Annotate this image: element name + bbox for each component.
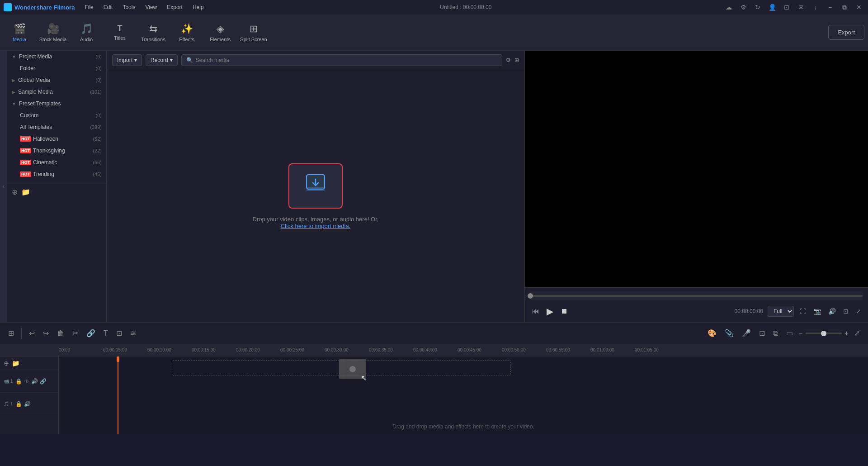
ruler-mark-6: 00:00:30:00 [325, 347, 369, 352]
track-lock-icon[interactable]: 🔒 [15, 378, 22, 385]
track-audio-icon[interactable]: 🔊 [31, 378, 38, 385]
delete-button[interactable]: 🗑 [54, 327, 67, 340]
menu-view[interactable]: View [141, 3, 161, 11]
menu-tools[interactable]: Tools [118, 3, 140, 11]
audio-track-mute-icon[interactable]: 🔊 [24, 401, 31, 407]
toolbar-elements-label: Elements [210, 37, 231, 42]
toolbar-audio[interactable]: 🎵 Audio [71, 17, 102, 48]
clip-icon[interactable]: 📎 [722, 326, 736, 340]
collapse-handle[interactable]: ‹ [0, 51, 7, 322]
zoom-track[interactable] [806, 333, 842, 334]
preview-timeline[interactable] [530, 291, 863, 300]
undo-button[interactable]: ↩ [26, 326, 38, 340]
maximize-button[interactable]: ⧉ [839, 2, 850, 13]
menu-help[interactable]: Help [188, 3, 208, 11]
audio-icon: 🎵 [80, 23, 93, 35]
cut-button[interactable]: ✂ [70, 326, 81, 340]
download-icon[interactable]: ↓ [810, 2, 821, 13]
sidebar-item-sample-media[interactable]: ▶ Sample Media (101) [7, 86, 106, 98]
import-label: Import [117, 57, 132, 63]
ruler-mark-5: 00:00:25:00 [280, 347, 325, 352]
edit-toolbar: ⊞ ↩ ↪ 🗑 ✂ 🔗 T ⊡ ≋ 🎨 📎 🎤 ⊡ ⧉ ▭ − + ⤢ [0, 322, 868, 344]
add-track-folder-icon[interactable]: 📁 [12, 360, 19, 367]
toolbar-media[interactable]: 🎬 Media [4, 17, 35, 48]
audio-waveform-button[interactable]: ≋ [127, 326, 139, 340]
toolbar-stock-media[interactable]: 🎥 Stock Media [37, 17, 69, 48]
sync-icon[interactable]: ↻ [752, 2, 763, 13]
drop-link[interactable]: Click here to import media. [281, 223, 351, 229]
menu-bar: File Edit Tools View Export Help [80, 3, 208, 11]
rewind-button[interactable]: ⏮ [530, 305, 541, 317]
sidebar-item-global-media[interactable]: ▶ Global Media (0) [7, 74, 106, 86]
layout-icon[interactable]: ⊞ [5, 326, 17, 340]
toolbar-split-screen[interactable]: ⊞ Split Screen [238, 17, 269, 48]
sidebar-trending-count: (45) [93, 171, 102, 177]
add-media-icon[interactable]: ⊕ [12, 188, 18, 196]
add-track-icon[interactable]: ⊕ [4, 360, 9, 367]
sidebar-preset-label: Preset Templates [19, 100, 102, 107]
sidebar-item-trending[interactable]: HOT Trending (45) [7, 168, 106, 180]
stop-button[interactable]: ⏹ [559, 305, 570, 317]
subtitle-icon[interactable]: ▭ [783, 326, 796, 340]
text-button[interactable]: T [101, 327, 111, 340]
audio-track-lock-icon[interactable]: 🔒 [15, 401, 22, 407]
video-track-label-1: 📹 1 🔒 👁 🔊 🔗 [0, 370, 58, 393]
close-button[interactable]: ✕ [854, 2, 864, 13]
toolbar-transitions[interactable]: ⇆ Transitions [137, 17, 169, 48]
settings-icon[interactable]: ⚙ [738, 2, 749, 13]
toolbar-titles[interactable]: T Titles [104, 17, 136, 48]
search-input[interactable] [196, 57, 497, 63]
zoom-out-button[interactable]: − [798, 329, 802, 338]
bookmark-icon[interactable]: ⊡ [781, 2, 792, 13]
link-button[interactable]: 🔗 [84, 326, 98, 340]
preview-buttons: ⏮ ▶ ⏹ 00:00:00:00 Full 1/2 1/4 ⛶ 📷 🔊 ⊡ ⤢ [530, 304, 863, 319]
pip-icon[interactable]: ⊡ [842, 306, 850, 316]
zoom-in-button[interactable]: + [844, 329, 849, 338]
track-eye-icon[interactable]: 👁 [24, 378, 29, 385]
quality-select[interactable]: Full 1/2 1/4 [768, 306, 794, 317]
track-area[interactable]: ↖ Drag and drop media and effects here t… [59, 357, 868, 434]
sidebar-item-all-templates[interactable]: All Templates (399) [7, 121, 106, 133]
sidebar-item-cinematic[interactable]: HOT Cinematic (66) [7, 157, 106, 168]
play-pause-button[interactable]: ▶ [545, 304, 555, 319]
fit-icon[interactable]: ⤢ [854, 306, 863, 316]
filter-icon[interactable]: ⚙ [506, 57, 511, 63]
sidebar-item-project-media[interactable]: ▼ Project Media (0) [7, 51, 106, 62]
fullscreen-icon[interactable]: ⛶ [798, 306, 807, 316]
minimize-button[interactable]: − [825, 2, 835, 13]
expand-arrow-sample: ▶ [12, 90, 15, 95]
audio-track-icon[interactable]: ⊡ [756, 326, 768, 340]
mic-icon[interactable]: 🎤 [739, 326, 754, 340]
mail-icon[interactable]: ✉ [796, 2, 807, 13]
cloud-icon[interactable]: ☁ [723, 2, 734, 13]
grid-view-icon[interactable]: ⊞ [514, 57, 519, 63]
main-content: ‹ ▼ Project Media (0) Folder (0) ▶ Globa… [0, 51, 868, 322]
redo-button[interactable]: ↪ [40, 326, 52, 340]
zoom-thumb[interactable] [821, 331, 826, 336]
sidebar-item-halloween[interactable]: HOT Halloween (52) [7, 133, 106, 145]
menu-edit[interactable]: Edit [99, 3, 118, 11]
track-link-icon[interactable]: 🔗 [40, 378, 47, 385]
folder-icon[interactable]: 📁 [21, 188, 30, 196]
toolbar-effects[interactable]: ✨ Effects [171, 17, 203, 48]
import-button[interactable]: Import ▾ [112, 54, 142, 66]
sidebar-item-thanksgiving[interactable]: HOT Thanksgiving (22) [7, 145, 106, 157]
menu-file[interactable]: File [80, 3, 98, 11]
trim-button[interactable]: ⊡ [113, 326, 125, 340]
sidebar-item-custom[interactable]: Custom (0) [7, 109, 106, 121]
sidebar-item-folder[interactable]: Folder (0) [7, 62, 106, 74]
toolbar-elements[interactable]: ◈ Elements [204, 17, 236, 48]
account-icon[interactable]: 👤 [767, 2, 778, 13]
camera-icon[interactable]: 📷 [812, 306, 822, 316]
separator-1 [21, 328, 22, 339]
volume-icon[interactable]: 🔊 [827, 306, 837, 316]
menu-export[interactable]: Export [162, 3, 187, 11]
overlay-icon[interactable]: ⧉ [770, 327, 781, 340]
export-button[interactable]: Export [828, 25, 864, 40]
color-grade-icon[interactable]: 🎨 [705, 326, 719, 340]
sidebar-item-preset-templates[interactable]: ▼ Preset Templates [7, 98, 106, 109]
record-button[interactable]: Record ▾ [146, 54, 178, 66]
main-toolbar: 🎬 Media 🎥 Stock Media 🎵 Audio T Titles ⇆… [0, 14, 868, 51]
ruler-mark-9: 00:00:45:00 [458, 347, 502, 352]
expand-icon[interactable]: ⤢ [851, 326, 863, 340]
